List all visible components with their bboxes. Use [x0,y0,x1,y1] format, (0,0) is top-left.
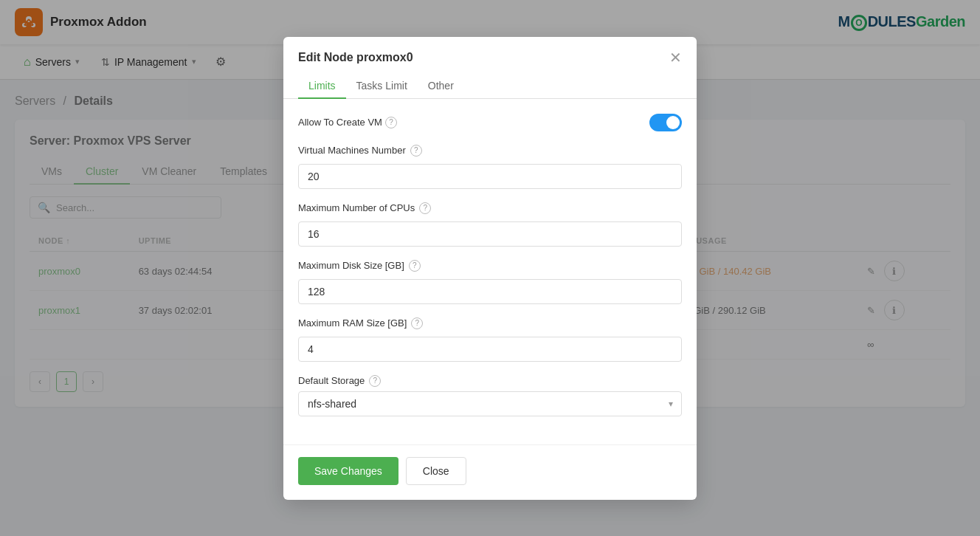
allow-create-vm-toggle[interactable] [649,114,682,131]
max-cpus-group: Maximum Number of CPUs ? [298,202,682,247]
max-ram-group: Maximum RAM Size [GB] ? [298,317,682,362]
default-storage-group: Default Storage ? nfs-shared local local… [298,375,682,416]
max-disk-group: Maximum Disk Size [GB] ? [298,260,682,304]
modal-body: Allow To Create VM ? Virtual Machines Nu… [283,99,697,422]
virtual-machines-number-help-icon[interactable]: ? [410,145,422,157]
virtual-machines-number-label: Virtual Machines Number ? [298,145,682,157]
modal-tab-other[interactable]: Other [418,74,464,99]
modal-tab-limits[interactable]: Limits [298,74,346,99]
allow-create-vm-help-icon[interactable]: ? [385,117,397,128]
virtual-machines-number-input[interactable] [298,164,682,189]
max-cpus-label: Maximum Number of CPUs ? [298,202,682,214]
toggle-slider [649,114,682,131]
default-storage-help-icon[interactable]: ? [369,375,381,387]
modal-close-button[interactable]: ✕ [669,50,682,65]
max-disk-help-icon[interactable]: ? [409,260,421,272]
allow-create-vm-label: Allow To Create VM ? [298,117,649,128]
virtual-machines-number-group: Virtual Machines Number ? [298,145,682,189]
max-cpus-input[interactable] [298,221,682,247]
max-disk-input[interactable] [298,279,682,304]
modal-title: Edit Node proxmox0 [298,51,413,64]
modal-overlay: Edit Node proxmox0 ✕ Limits Tasks Limit … [0,0,980,422]
allow-create-vm-row: Allow To Create VM ? [298,114,682,131]
max-disk-label: Maximum Disk Size [GB] ? [298,260,682,272]
max-ram-label: Maximum RAM Size [GB] ? [298,317,682,329]
max-ram-input[interactable] [298,337,682,362]
edit-node-modal: Edit Node proxmox0 ✕ Limits Tasks Limit … [283,37,697,422]
modal-tab-tasks-limit[interactable]: Tasks Limit [346,74,418,99]
modal-header: Edit Node proxmox0 ✕ [283,37,697,65]
default-storage-label: Default Storage ? [298,375,682,387]
max-cpus-help-icon[interactable]: ? [419,202,431,214]
max-ram-help-icon[interactable]: ? [411,317,423,329]
modal-tabs: Limits Tasks Limit Other [283,74,697,99]
default-storage-select-wrapper: nfs-shared local local-lvm ceph ▾ [298,391,682,416]
default-storage-select[interactable]: nfs-shared local local-lvm ceph [298,391,682,416]
